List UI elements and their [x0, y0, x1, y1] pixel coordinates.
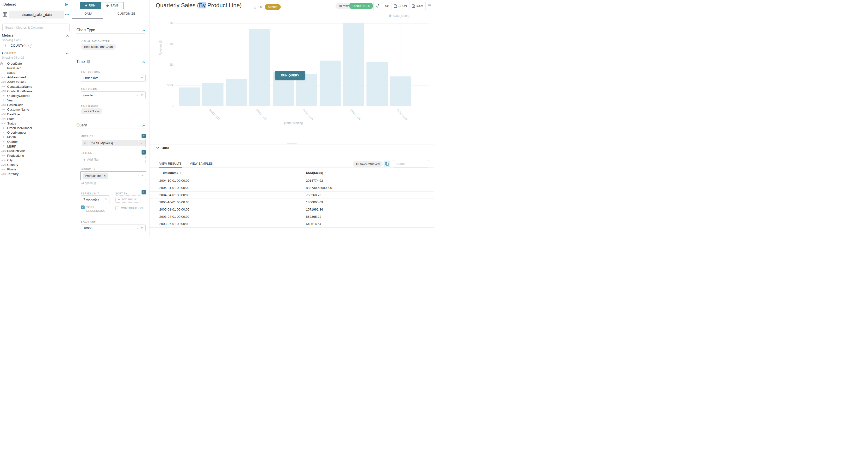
column-item[interactable]: ABCContactFirstName — [0, 89, 72, 94]
metric-item[interactable]: ƒ COUNT(*) ? — [0, 43, 72, 48]
column-header-sum-sales[interactable]: SUM(Sales) ▲▼ — [306, 171, 326, 175]
edit-title-icon[interactable]: ✎ — [259, 5, 263, 10]
clear-icon[interactable]: × — [137, 174, 140, 178]
time-grain-select[interactable]: quarter × — [81, 91, 146, 99]
time-column-select[interactable]: OrderDate — [81, 74, 146, 82]
column-item[interactable]: ABCContactLastName — [0, 84, 72, 89]
group-by-select[interactable]: ProductLine✕ × — [80, 171, 146, 180]
bar[interactable] — [179, 88, 200, 106]
remove-metric-icon[interactable]: × — [82, 139, 88, 146]
copy-link-button[interactable] — [374, 2, 382, 10]
add-metric-button[interactable]: + — [142, 134, 146, 138]
table-search-input[interactable] — [393, 160, 429, 167]
expand-metric-icon[interactable]: › — [138, 139, 145, 146]
add-sort-metric-button[interactable]: + — [142, 190, 146, 194]
clear-icon[interactable]: × — [137, 94, 139, 97]
tab-view-results[interactable]: VIEW RESULTS — [159, 162, 182, 165]
column-item[interactable]: ABCState — [0, 117, 72, 121]
column-item[interactable]: #Month — [0, 135, 72, 139]
column-item[interactable]: ABCCity — [0, 158, 72, 162]
altered-badge: Altered — [265, 4, 281, 10]
sort-descending-checkbox[interactable]: ✓ SORT DESCENDING — [81, 206, 110, 213]
plus-circle-icon: ⊕ — [106, 4, 109, 7]
tab-customize[interactable]: CUSTOMIZE — [118, 12, 135, 15]
column-item[interactable]: ABCProductLine — [0, 153, 72, 158]
run-query-button[interactable]: RUN QUERY — [275, 71, 305, 80]
column-item[interactable]: ABCPostalCode — [0, 103, 72, 107]
group-by-chip[interactable]: ProductLine✕ — [83, 172, 108, 179]
resize-handle[interactable] — [287, 142, 297, 145]
column-item[interactable]: Sales — [0, 70, 72, 75]
column-item[interactable]: #MSRP — [0, 144, 72, 149]
time-range-pill[interactable]: -∞ ≤ col < ∞ — [81, 108, 102, 114]
column-item[interactable]: #Quarter — [0, 139, 72, 144]
table-row[interactable]: 2003-07-01 00:00:00649514.54 — [149, 220, 434, 228]
bar[interactable] — [202, 83, 223, 106]
table-row[interactable]: 2004-04-01 00:00:00766260.73 — [149, 192, 434, 199]
export-json-button[interactable]: .JSON — [392, 2, 409, 10]
clear-icon[interactable]: × — [137, 226, 139, 230]
column-item[interactable]: OrderDate — [0, 61, 72, 66]
column-label: Year — [7, 98, 13, 102]
column-item[interactable]: #QuantityOrdered — [0, 94, 72, 98]
bar[interactable] — [343, 23, 364, 106]
search-metrics-columns-input[interactable] — [2, 24, 70, 31]
table-row[interactable]: 2003-04-01 00:00:00562365.22 — [149, 213, 434, 220]
chevron-down-icon — [141, 227, 143, 229]
series-limit-select[interactable]: 7 option(s) — [81, 195, 110, 203]
metric-chip[interactable]: ƒ(x) SUM(Sales) — [88, 139, 138, 146]
column-item[interactable]: #OrderLineNumber — [0, 126, 72, 130]
column-header-timestamp[interactable]: __timestamp ▲▼ — [159, 171, 181, 175]
column-item[interactable]: PriceEach — [0, 66, 72, 70]
visualization-type-pill[interactable]: Time-series Bar Chart — [81, 44, 116, 50]
add-filter-button[interactable]: + — [142, 150, 146, 155]
run-button[interactable]: RUN — [80, 2, 101, 9]
chevron-up-icon[interactable] — [142, 29, 145, 31]
data-collapse-icon[interactable] — [156, 147, 159, 149]
column-item[interactable]: #Year — [0, 98, 72, 103]
column-item[interactable]: ABCCountry — [0, 162, 72, 167]
embed-code-button[interactable]: </> — [382, 2, 392, 10]
export-csv-button[interactable]: .CSV — [409, 2, 426, 10]
metrics-collapse-icon[interactable] — [66, 35, 69, 37]
contribution-checkbox[interactable]: CONTRIBUTION — [115, 206, 143, 210]
tab-view-samples[interactable]: VIEW SAMPLES — [190, 162, 213, 165]
table-row[interactable]: 2003-10-01 00:00:001860005.09 — [149, 199, 434, 206]
columns-collapse-icon[interactable] — [66, 53, 69, 54]
column-item[interactable]: #OrderNumber — [0, 130, 72, 135]
column-item[interactable]: ABCStatus — [0, 121, 72, 126]
chevron-up-icon[interactable] — [142, 61, 145, 63]
bar[interactable] — [367, 62, 388, 106]
bar[interactable] — [226, 79, 247, 106]
add-filter-dropzone[interactable]: + Add filter — [81, 156, 146, 163]
sort-by-dropzone[interactable]: + Add metric — [115, 195, 141, 202]
row-limit-select[interactable]: 10000 × — [81, 224, 146, 232]
table-row[interactable]: 2004-10-01 00:00:002014774.92 — [149, 177, 434, 184]
more-options-menu[interactable] — [426, 2, 434, 10]
active-tab-underline — [72, 18, 103, 19]
column-item[interactable]: ABCTerritory — [0, 171, 72, 176]
bar[interactable] — [249, 29, 270, 106]
tab-data[interactable]: DATA — [85, 12, 92, 15]
dataset-name[interactable]: cleaned_sales_data — [9, 10, 64, 19]
favorite-star-icon[interactable]: ☆ — [253, 5, 257, 10]
table-row[interactable]: 2004-01-01 00:00:00833730.680000001 — [149, 184, 434, 192]
bar[interactable] — [390, 76, 411, 106]
copy-data-button[interactable] — [383, 161, 390, 167]
abc-icon: ABC — [0, 108, 7, 111]
column-item[interactable]: ABCPhone — [0, 167, 72, 171]
column-item[interactable]: ABCDealSize — [0, 112, 72, 117]
column-item[interactable]: ABCCustomerName — [0, 107, 72, 112]
chart-title[interactable]: Quarterly Sales (By Product Line) — [156, 2, 242, 9]
legend-item[interactable]: SUM(Sales) — [389, 14, 409, 18]
column-item[interactable]: ABCAddressLine1 — [0, 75, 72, 80]
dataset-more-menu[interactable]: ••• — [65, 12, 70, 17]
chevron-up-icon[interactable] — [142, 125, 145, 127]
bar[interactable] — [320, 61, 341, 106]
collapse-panel-icon[interactable] — [64, 2, 69, 7]
table-row[interactable]: 2005-01-01 00:00:001071992.36 — [149, 206, 434, 213]
save-button[interactable]: ⊕ SAVE — [101, 2, 124, 9]
column-item[interactable]: ABCAddressLine2 — [0, 80, 72, 84]
column-item[interactable]: ABCProductCode — [0, 149, 72, 153]
remove-chip-icon[interactable]: ✕ — [103, 174, 106, 177]
